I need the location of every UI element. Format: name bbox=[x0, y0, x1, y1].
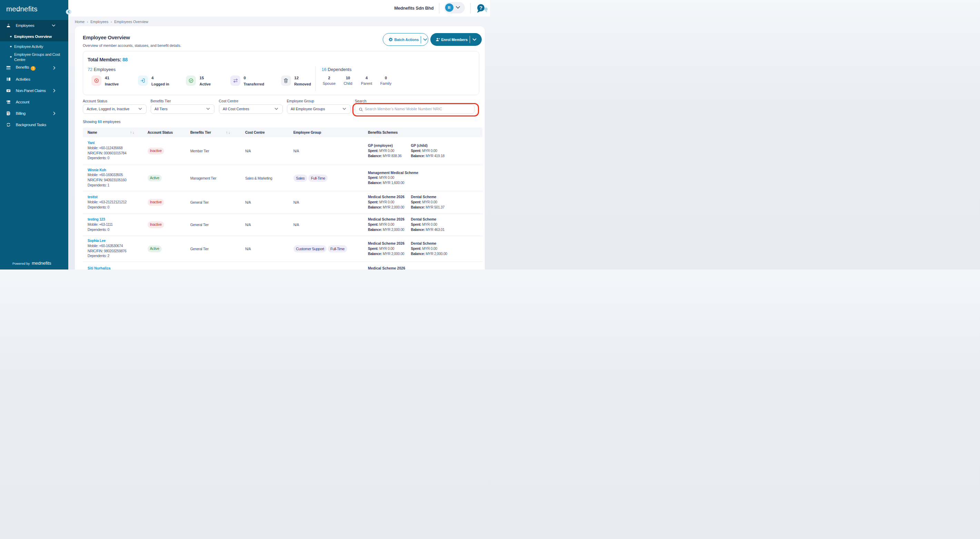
svg-text:?: ? bbox=[479, 5, 482, 11]
